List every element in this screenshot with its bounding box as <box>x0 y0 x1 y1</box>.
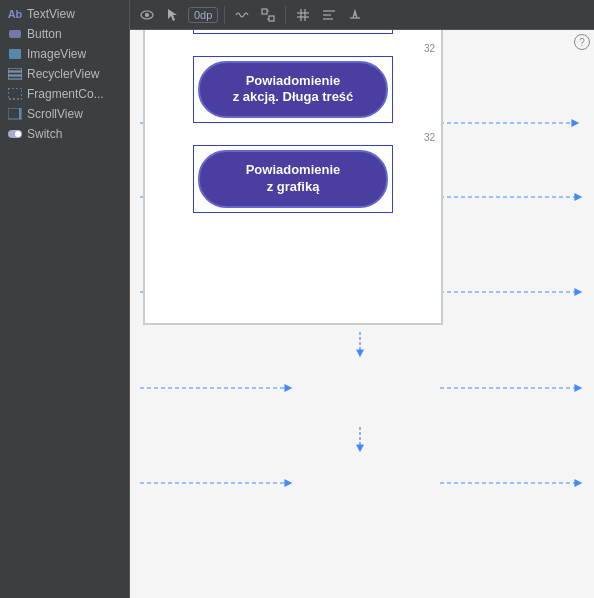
svg-rect-2 <box>8 76 22 79</box>
notif-graphic-wrapper: Powiadomienie z grafiką <box>193 145 393 213</box>
notif-action-long-button[interactable]: Powiadomienie z akcją. Długa treść <box>198 61 388 119</box>
sidebar-item-button[interactable]: Button <box>0 24 129 44</box>
imageview-icon <box>8 47 22 61</box>
grid-button[interactable] <box>292 4 314 26</box>
svg-marker-39 <box>285 480 291 486</box>
switch-icon <box>8 127 22 141</box>
sidebar-item-recyclerview[interactable]: RecyclerView <box>0 64 129 84</box>
spacing-32-4: 32 <box>145 123 441 145</box>
dp-badge[interactable]: 0dp <box>188 7 218 23</box>
svg-marker-35 <box>285 385 291 391</box>
svg-point-7 <box>145 13 149 17</box>
button-icon <box>8 27 22 41</box>
scrollview-icon <box>8 107 22 121</box>
design-canvas[interactable]: 44 Powiadomienia 32 Powiadomienie proste <box>130 30 594 598</box>
sidebar-item-scrollview[interactable]: ScrollView <box>0 104 129 124</box>
sidebar-item-label: ScrollView <box>27 107 83 121</box>
notif-graphic-button[interactable]: Powiadomienie z grafiką <box>198 150 388 208</box>
spacing-label-32-4: 32 <box>424 132 435 143</box>
svg-marker-29 <box>575 194 581 200</box>
sidebar-item-label: ImageView <box>27 47 86 61</box>
sidebar-item-label: Button <box>27 27 62 41</box>
svg-marker-8 <box>168 9 177 21</box>
sidebar-item-label: RecyclerView <box>27 67 99 81</box>
phone-frame: 44 Powiadomienia 32 Powiadomienie proste <box>143 30 443 325</box>
sidebar-item-fragmentco[interactable]: FragmentCo... <box>0 84 129 104</box>
svg-rect-1 <box>8 72 22 75</box>
svg-marker-25 <box>572 120 578 126</box>
fragmentco-icon <box>8 87 22 101</box>
cursor-button[interactable] <box>162 4 184 26</box>
sidebar-item-textview[interactable]: Ab TextView <box>0 4 129 24</box>
transform-button[interactable] <box>257 4 279 26</box>
align-left-button[interactable] <box>318 4 340 26</box>
wave-button[interactable] <box>231 4 253 26</box>
toolbar-separator2 <box>285 6 286 24</box>
main-area: 0dp <box>130 0 594 598</box>
recyclerview-icon <box>8 67 22 81</box>
svg-marker-33 <box>575 289 581 295</box>
svg-marker-49 <box>357 350 363 356</box>
textview-icon: Ab <box>8 7 22 21</box>
svg-rect-9 <box>262 9 267 14</box>
eye-button[interactable] <box>136 4 158 26</box>
svg-marker-37 <box>575 385 581 391</box>
sidebar-item-label: FragmentCo... <box>27 87 104 101</box>
toolbar-separator <box>224 6 225 24</box>
svg-rect-0 <box>8 68 22 71</box>
sidebar-item-label: Switch <box>27 127 62 141</box>
svg-rect-10 <box>269 16 274 21</box>
baseline-button[interactable] <box>344 4 366 26</box>
phone-content: 44 Powiadomienia 32 Powiadomienie proste <box>145 30 441 323</box>
svg-rect-3 <box>8 88 22 99</box>
spacing-32-3: 32 <box>145 34 441 56</box>
svg-marker-51 <box>357 445 363 451</box>
sidebar-item-imageview[interactable]: ImageView <box>0 44 129 64</box>
help-button[interactable]: ? <box>574 34 590 50</box>
svg-marker-41 <box>575 480 581 486</box>
sidebar: Ab TextView Button ImageView RecyclerVie… <box>0 0 130 598</box>
toolbar: 0dp <box>130 0 594 30</box>
notif-action-long-wrapper: Powiadomienie z akcją. Długa treść <box>193 56 393 124</box>
sidebar-item-switch[interactable]: Switch <box>0 124 129 144</box>
spacing-label-32-3: 32 <box>424 43 435 54</box>
sidebar-item-label: TextView <box>27 7 75 21</box>
